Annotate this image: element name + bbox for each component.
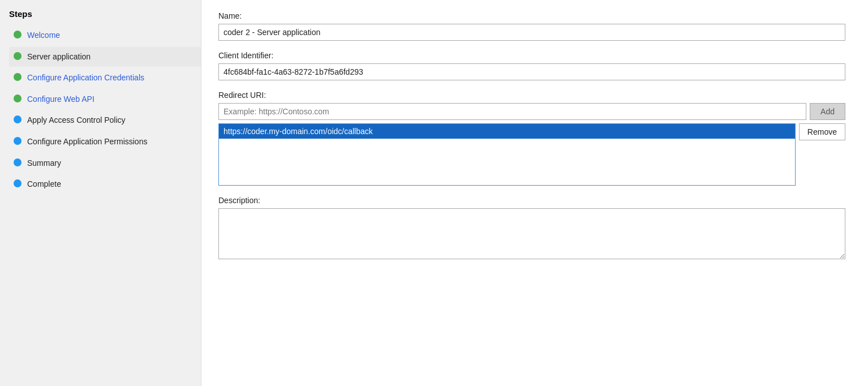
name-label: Name: xyxy=(218,11,845,20)
sidebar-item-label-configure-web-api: Configure Web API xyxy=(27,94,94,105)
sidebar-item-configure-app-credentials[interactable]: Configure Application Credentials xyxy=(9,68,201,88)
steps-sidebar: Steps Welcome Server application Configu… xyxy=(0,0,201,386)
client-id-field-group: Client Identifier: xyxy=(218,51,845,80)
description-textarea[interactable] xyxy=(218,208,845,259)
main-content: Name: Client Identifier: Redirect URI: A… xyxy=(201,0,868,386)
sidebar-item-label-configure-app-credentials: Configure Application Credentials xyxy=(27,72,144,84)
add-button[interactable]: Add xyxy=(810,103,845,120)
redirect-uri-item[interactable]: https://coder.my-domain.com/oidc/callbac… xyxy=(219,124,795,139)
sidebar-item-label-configure-app-permissions: Configure Application Permissions xyxy=(27,136,147,148)
welcome-dot xyxy=(14,31,22,38)
sidebar-item-configure-web-api[interactable]: Configure Web API xyxy=(9,89,201,110)
client-id-label: Client Identifier: xyxy=(218,51,845,60)
sidebar-item-label-server-application: Server application xyxy=(27,52,91,63)
sidebar-item-label-complete: Complete xyxy=(27,179,61,190)
summary-dot xyxy=(14,158,22,166)
description-field-group: Description: xyxy=(218,196,845,261)
redirect-uri-label: Redirect URI: xyxy=(218,91,845,100)
sidebar-item-apply-access-control[interactable]: Apply Access Control Policy xyxy=(9,110,201,131)
sidebar-item-label-summary: Summary xyxy=(27,158,61,169)
apply-access-control-dot xyxy=(14,115,22,123)
sidebar-item-label-welcome: Welcome xyxy=(27,30,60,41)
remove-button[interactable]: Remove xyxy=(799,123,845,140)
redirect-uri-field-group: Redirect URI: Add https://coder.my-domai… xyxy=(218,91,845,186)
configure-app-credentials-dot xyxy=(14,73,22,81)
sidebar-item-server-application[interactable]: Server application xyxy=(9,47,201,67)
sidebar-item-label-apply-access-control: Apply Access Control Policy xyxy=(27,115,126,126)
configure-web-api-dot xyxy=(14,95,22,102)
server-application-dot xyxy=(14,52,22,60)
sidebar-title: Steps xyxy=(9,9,201,19)
complete-dot xyxy=(14,179,22,187)
name-input[interactable] xyxy=(218,24,845,41)
redirect-uri-input-row: Add xyxy=(218,103,845,120)
redirect-list-container: https://coder.my-domain.com/oidc/callbac… xyxy=(218,123,845,186)
sidebar-item-configure-app-permissions[interactable]: Configure Application Permissions xyxy=(9,132,201,152)
redirect-uri-input[interactable] xyxy=(218,103,806,120)
redirect-uri-listbox[interactable]: https://coder.my-domain.com/oidc/callbac… xyxy=(218,123,796,186)
sidebar-item-complete[interactable]: Complete xyxy=(9,174,201,195)
description-label: Description: xyxy=(218,196,845,205)
sidebar-item-welcome[interactable]: Welcome xyxy=(9,25,201,46)
configure-app-permissions-dot xyxy=(14,137,22,145)
name-field-group: Name: xyxy=(218,11,845,41)
client-id-input[interactable] xyxy=(218,63,845,80)
sidebar-item-summary[interactable]: Summary xyxy=(9,153,201,174)
